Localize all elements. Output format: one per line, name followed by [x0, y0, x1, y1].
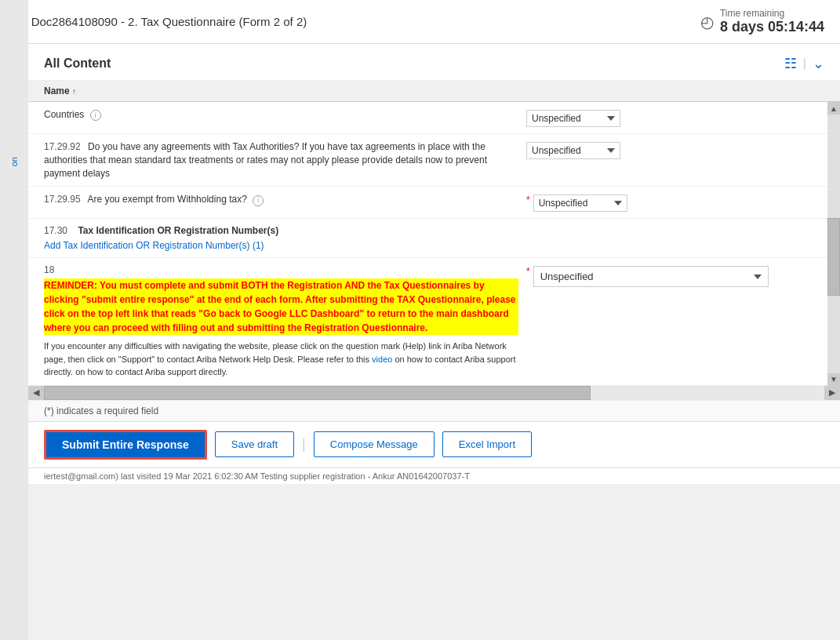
icon-separator: | [803, 56, 806, 71]
page-title: Doc2864108090 - 2. Tax Questionnaire (Fo… [31, 15, 307, 28]
left-nav: on [0, 0, 28, 640]
compose-message-button[interactable]: Compose Message [314, 431, 435, 457]
timer-value: 8 days 05:14:44 [720, 19, 824, 35]
scroll-down-button[interactable]: ▼ [827, 373, 840, 386]
info-icon[interactable]: i [90, 110, 101, 121]
timer-info: Time remaining 8 days 05:14:44 [720, 8, 824, 35]
scroll-thumb [827, 218, 840, 296]
save-draft-button[interactable]: Save draft [215, 431, 294, 457]
expand-icon[interactable]: ⌄ [813, 55, 824, 72]
button-separator: | [302, 436, 306, 453]
scroll-right-button[interactable]: ▶ [824, 386, 840, 400]
q17-29-92-label: 17.29.92 Do you have any agreements with… [44, 140, 526, 180]
q17-29-95-dropdown[interactable]: Unspecified Yes No [533, 195, 627, 212]
clock-icon: ◴ [700, 13, 714, 31]
table-header-row: Name ↑ [28, 81, 840, 102]
name-column-header: Name ↑ [44, 85, 526, 96]
info-icon-2[interactable]: i [253, 195, 264, 206]
horizontal-scrollbar: ◀ ▶ [28, 386, 840, 400]
page-title-area: ■ Doc2864108090 - 2. Tax Questionnaire (… [16, 15, 307, 29]
left-nav-link[interactable]: on [9, 157, 19, 166]
tax-id-label-col: 17.30 Tax Identification OR Registration… [44, 225, 278, 251]
table-row: 17.29.92 Do you have any agreements with… [28, 134, 840, 187]
reminder-dropdown[interactable]: Unspecified Yes No [533, 266, 769, 287]
all-content-header: All Content ☷ | ⌄ [28, 44, 840, 81]
scroll-left-button[interactable]: ◀ [28, 386, 44, 400]
scroll-track [827, 115, 840, 373]
footer-buttons: Submit Entire Response Save draft | Comp… [28, 421, 840, 467]
table-row: 17.29.95 Are you exempt from Withholding… [28, 187, 840, 219]
form-scroll-area: Countries i Unspecified Yes No 17.29 [28, 102, 840, 386]
tax-id-section: 17.30 Tax Identification OR Registration… [28, 219, 840, 258]
q17-29-95-label: 17.29.95 Are you exempt from Withholding… [44, 193, 526, 206]
add-tax-id-link[interactable]: Add Tax Identification OR Registration N… [44, 240, 264, 251]
reminder-number: 18 [44, 264, 518, 275]
submit-entire-response-button[interactable]: Submit Entire Response [44, 430, 207, 460]
scroll-up-button[interactable]: ▲ [827, 102, 840, 115]
main-content: All Content ☷ | ⌄ Name ↑ [28, 44, 840, 484]
outer-wrapper: ■ Doc2864108090 - 2. Tax Questionnaire (… [0, 0, 840, 640]
timer-label: Time remaining [720, 8, 824, 19]
excel-import-button[interactable]: Excel Import [442, 431, 532, 457]
q17-29-92-value: Unspecified Yes No [526, 140, 824, 159]
countries-dropdown[interactable]: Unspecified Yes No [526, 110, 620, 127]
countries-value: Unspecified Yes No [526, 108, 824, 127]
video-link[interactable]: video [372, 355, 392, 364]
reminder-bold-text: REMINDER: You must complete and submit B… [44, 278, 518, 335]
timer-section: ◴ Time remaining 8 days 05:14:44 [700, 8, 824, 35]
table-row: Countries i Unspecified Yes No [28, 102, 840, 134]
tax-id-number: 17.30 Tax Identification OR Registration… [44, 225, 278, 236]
header-icons: ☷ | ⌄ [784, 55, 824, 72]
all-content-title: All Content [44, 56, 111, 71]
required-star-2: * [526, 266, 530, 277]
sort-arrow-icon[interactable]: ↑ [72, 87, 76, 96]
grid-view-icon[interactable]: ☷ [784, 55, 797, 72]
status-bar: iertest@gmail.com) last visited 19 Mar 2… [28, 467, 840, 484]
h-scroll-thumb [44, 386, 591, 400]
top-bar: ■ Doc2864108090 - 2. Tax Questionnaire (… [0, 0, 840, 44]
reminder-value-col: * Unspecified Yes No [526, 264, 824, 379]
reminder-label-col: 18 REMINDER: You must complete and submi… [44, 264, 526, 379]
required-star: * [526, 195, 530, 205]
reminder-section: 18 REMINDER: You must complete and submi… [28, 258, 840, 386]
vertical-scrollbar: ▲ ▼ [827, 102, 840, 386]
h-scroll-track [44, 386, 824, 400]
reminder-normal-text: If you encounter any difficulties with n… [44, 341, 516, 376]
q17-29-92-dropdown[interactable]: Unspecified Yes No [526, 142, 620, 159]
q17-29-95-value: * Unspecified Yes No [526, 193, 824, 212]
countries-label: Countries i [44, 108, 526, 122]
required-note: (*) indicates a required field [28, 400, 840, 421]
